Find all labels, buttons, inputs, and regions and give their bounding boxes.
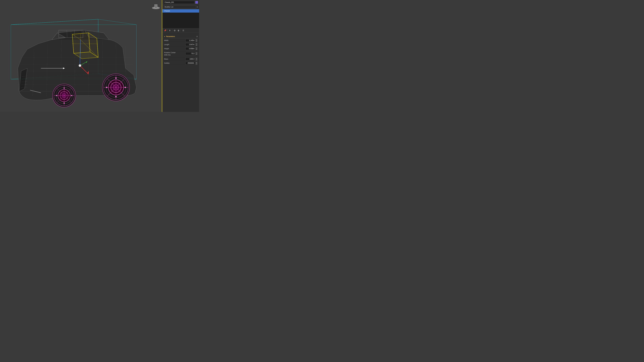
pin-stack-button[interactable]: 📌	[164, 29, 166, 32]
mass-spinner: ▲ ▼	[196, 58, 198, 60]
height-label: Height:	[164, 48, 186, 50]
solidity-value-wrap: ▲ ▼	[186, 62, 198, 65]
show-buttons-button[interactable]: ☰	[182, 29, 185, 32]
param-row-rotation: Rotation Center Shift (%): ▲ ▼	[162, 51, 199, 57]
properties-panel: Modifier List ▼ Chassis 📌 ⬆ ⚙ 🗑 ☰ · · · …	[162, 0, 199, 112]
mass-up-btn[interactable]: ▲	[196, 58, 198, 59]
height-value-wrap: ▲ ▼	[186, 47, 198, 50]
length-value-wrap: ▲ ▼	[186, 43, 198, 46]
mass-down-btn[interactable]: ▼	[196, 59, 198, 60]
toolbar-sep-3	[181, 29, 181, 32]
modifier-toolbar: 📌 ⬆ ⚙ 🗑 ☰	[162, 28, 199, 33]
width-label: Width:	[164, 39, 186, 41]
mass-input[interactable]	[186, 58, 195, 60]
solidity-down-btn[interactable]: ▼	[196, 63, 198, 65]
solidity-spinner: ▲ ▼	[196, 62, 198, 65]
height-up-btn[interactable]: ▲	[196, 47, 198, 48]
dropdown-arrow-icon: ▼	[197, 6, 198, 8]
svg-point-40	[64, 87, 65, 88]
param-row-mass: Mass: ▲ ▼	[162, 57, 199, 61]
length-spinner: ▲ ▼	[196, 43, 198, 46]
width-spinner: ▲ ▼	[196, 39, 198, 42]
param-grid-icon[interactable]: ⊞	[196, 35, 198, 37]
length-input[interactable]	[186, 43, 195, 46]
rotation-up-btn[interactable]: ▲	[196, 52, 198, 53]
mass-label: Mass:	[164, 58, 186, 60]
object-name-input[interactable]	[164, 1, 194, 4]
rotation-label: Rotation Center Shift (%):	[164, 51, 186, 56]
parameters-title: Parameters	[166, 35, 175, 37]
width-up-btn[interactable]: ▲	[196, 39, 198, 40]
modifier-list-dropdown[interactable]: Modifier List	[164, 5, 196, 8]
svg-point-72	[79, 64, 81, 67]
svg-point-43	[56, 95, 57, 96]
param-row-length: Length: ▲ ▼	[162, 42, 199, 47]
param-row-solidity: Solidity: ▲ ▼	[162, 61, 199, 65]
modifier-item-chassis[interactable]: Chassis	[162, 9, 199, 12]
rotation-spinner: ▲ ▼	[196, 52, 198, 55]
height-input[interactable]	[186, 47, 195, 50]
rotation-input[interactable]	[186, 52, 195, 55]
configure-sets-button[interactable]: ⚙	[173, 29, 176, 32]
mass-value-wrap: ▲ ▼	[186, 58, 198, 60]
height-down-btn[interactable]: ▼	[196, 49, 198, 50]
parameters-header: ▼ Parameters ⊞	[162, 35, 199, 38]
parameters-section: ▼ Parameters ⊞ Width: ▲ ▼ Length: ▲	[162, 35, 199, 112]
app-logo: 3	[152, 1, 160, 10]
rotation-down-btn[interactable]: ▼	[196, 53, 198, 55]
length-down-btn[interactable]: ▼	[196, 44, 198, 46]
modifier-list-row: Modifier List ▼	[162, 5, 199, 9]
remove-modifier-button[interactable]: 🗑	[177, 29, 180, 32]
parameters-header-left: ▼ Parameters	[164, 35, 175, 37]
param-row-width: Width: ▲ ▼	[162, 38, 199, 42]
length-up-btn[interactable]: ▲	[196, 43, 198, 44]
svg-point-42	[64, 102, 65, 104]
svg-text:3: 3	[155, 5, 156, 7]
length-label: Length:	[164, 43, 186, 45]
solidity-up-btn[interactable]: ▲	[196, 62, 198, 63]
height-spinner: ▲ ▼	[196, 47, 198, 50]
param-row-height: Height: ▲ ▼	[162, 47, 199, 51]
collapse-arrow-icon[interactable]: ▼	[164, 36, 165, 37]
svg-point-56	[115, 96, 117, 97]
solidity-label: Solidity:	[164, 62, 186, 64]
width-value-wrap: ▲ ▼	[186, 39, 198, 42]
object-name-bar	[162, 0, 199, 5]
svg-point-54	[115, 77, 117, 79]
svg-point-41	[71, 95, 72, 96]
svg-point-57	[106, 87, 107, 88]
width-input[interactable]	[186, 39, 195, 42]
svg-point-55	[124, 87, 126, 88]
3d-viewport[interactable]: 3	[0, 0, 162, 112]
drag-handle: · · · · · · · ·	[162, 33, 199, 35]
modifier-stack-list: Chassis	[162, 9, 199, 28]
scene-canvas	[0, 0, 162, 112]
object-color-swatch[interactable]	[195, 1, 198, 4]
solidity-input[interactable]	[186, 62, 195, 64]
rotation-value-wrap: ▲ ▼	[186, 52, 198, 55]
make-unique-button[interactable]: ⬆	[168, 29, 171, 32]
width-down-btn[interactable]: ▼	[196, 40, 198, 42]
